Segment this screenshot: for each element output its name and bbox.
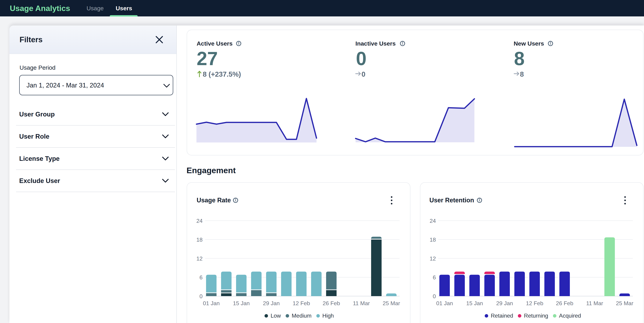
svg-text:0: 0 <box>200 293 202 299</box>
svg-text:6: 6 <box>433 274 436 280</box>
svg-text:26 Feb: 26 Feb <box>556 300 573 306</box>
svg-text:24: 24 <box>196 218 202 224</box>
svg-text:11 Mar: 11 Mar <box>586 300 603 306</box>
svg-text:01 Jan: 01 Jan <box>203 300 220 306</box>
svg-text:6: 6 <box>200 274 202 280</box>
svg-text:29 Jan: 29 Jan <box>496 300 513 306</box>
svg-text:12: 12 <box>430 255 436 262</box>
svg-text:15 Jan: 15 Jan <box>466 300 483 306</box>
svg-text:12: 12 <box>196 255 202 262</box>
svg-text:12 Feb: 12 Feb <box>292 300 310 306</box>
svg-text:24: 24 <box>430 218 436 224</box>
svg-text:01 Jan: 01 Jan <box>436 300 453 306</box>
svg-text:25 Mar: 25 Mar <box>383 300 400 306</box>
svg-text:18: 18 <box>196 237 202 243</box>
svg-text:26 Feb: 26 Feb <box>322 300 340 306</box>
svg-text:12 Feb: 12 Feb <box>526 300 543 306</box>
svg-text:0: 0 <box>433 293 436 299</box>
svg-text:18: 18 <box>430 237 436 243</box>
svg-text:15 Jan: 15 Jan <box>233 300 250 306</box>
svg-text:11 Mar: 11 Mar <box>353 300 370 306</box>
svg-text:29 Jan: 29 Jan <box>263 300 280 306</box>
svg-text:25 Mar: 25 Mar <box>616 300 633 306</box>
